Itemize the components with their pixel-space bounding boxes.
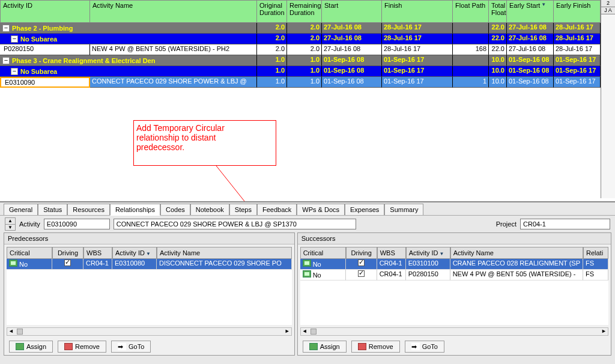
rel-wbs[interactable]: CR04-1 xyxy=(377,259,406,270)
tab-steps[interactable]: Steps xyxy=(229,204,257,215)
cell-od[interactable]: 2.0 xyxy=(257,44,287,55)
cell-rd[interactable]: 2.0 xyxy=(287,44,322,55)
predecessors-grid[interactable]: Critical Driving WBS Activity ID▼ Activi… xyxy=(7,247,292,325)
cell-fn[interactable]: 01-Sep-16 17 xyxy=(382,66,453,77)
stepper-up-icon[interactable]: ▲ xyxy=(5,218,15,225)
tab-relationships[interactable]: Relationships xyxy=(110,204,160,216)
tab-summary[interactable]: Summary xyxy=(384,204,423,215)
pred-remove-button[interactable]: Remove xyxy=(58,341,106,353)
succ-assign-button[interactable]: Assign xyxy=(303,341,347,353)
col-start[interactable]: Start xyxy=(322,0,382,23)
cell-tf[interactable]: 22.0 xyxy=(489,44,507,55)
cell-fn[interactable]: 01-Sep-16 17 xyxy=(382,55,453,66)
relationship-row[interactable]: NoCR04-1P0280150NEW 4 PW @ BENT 505 (WAT… xyxy=(300,270,608,281)
rel-driving[interactable] xyxy=(346,259,377,270)
cell-rd[interactable]: 2.0 xyxy=(287,34,322,44)
scol-activity-name[interactable]: Activity Name xyxy=(450,247,583,259)
tab-resources[interactable]: Resources xyxy=(67,204,110,215)
succ-remove-button[interactable]: Remove xyxy=(351,341,400,353)
col-total-float[interactable]: Total Float xyxy=(489,0,507,23)
collapse-icon[interactable]: − xyxy=(11,68,18,75)
cell-fp[interactable] xyxy=(453,55,489,66)
successors-grid[interactable]: Critical Driving WBS Activity ID▼ Activi… xyxy=(300,247,608,325)
activity-row[interactable]: E0310090CONNECT PACECO 029 SHORE POWER &… xyxy=(0,77,615,88)
scol-activity-id[interactable]: Activity ID▼ xyxy=(406,247,450,259)
tab-general[interactable]: General xyxy=(4,204,38,215)
cell-fp[interactable]: 168 xyxy=(453,44,489,55)
phase-row[interactable]: −Phase 3 - Crane Realignment & Electrica… xyxy=(0,55,615,66)
cell-es[interactable]: 01-Sep-16 08 xyxy=(507,55,554,66)
rel-activity-name[interactable]: NEW 4 PW @ BENT 505 (WATERSIDE) - xyxy=(450,270,583,281)
tab-codes[interactable]: Codes xyxy=(160,204,190,215)
cell-rd[interactable]: 1.0 xyxy=(287,77,322,88)
rel-activity-name[interactable]: CRANE PACECO 028 REALIGNMENT (SP xyxy=(450,259,583,270)
collapse-icon[interactable]: − xyxy=(2,57,10,64)
activity-name-field[interactable] xyxy=(114,219,356,229)
cell-rd[interactable]: 1.0 xyxy=(287,55,322,66)
col-original-duration[interactable]: Original Duration xyxy=(257,0,287,23)
col-activity-name[interactable]: Activity Name xyxy=(90,0,257,23)
rel-type[interactable]: FS xyxy=(583,270,608,281)
cell-ef[interactable]: 28-Jul-16 17 xyxy=(554,23,601,34)
cell-activity-name[interactable]: CONNECT PACECO 029 SHORE POWER & LBJ @ xyxy=(90,77,257,88)
col-finish[interactable]: Finish xyxy=(382,0,453,23)
cell-od[interactable]: 1.0 xyxy=(257,55,287,66)
pcol-wbs[interactable]: WBS xyxy=(83,247,112,259)
scol-relation[interactable]: Relati xyxy=(583,247,608,259)
cell-fn[interactable]: 28-Jul-16 17 xyxy=(382,23,453,34)
cell-od[interactable]: 2.0 xyxy=(257,23,287,34)
pcol-critical[interactable]: Critical xyxy=(7,247,52,259)
cell-od[interactable]: 1.0 xyxy=(257,77,287,88)
rel-activity-id[interactable]: P0280150 xyxy=(406,270,450,281)
cell-ef[interactable]: 01-Sep-16 17 xyxy=(554,77,601,88)
cell-tf[interactable]: 22.0 xyxy=(489,34,507,44)
checkbox-icon[interactable] xyxy=(358,259,365,266)
tab-expenses[interactable]: Expenses xyxy=(345,204,384,215)
stepper-down-icon[interactable]: ▼ xyxy=(5,225,15,231)
relationship-row[interactable]: NoCR04-1E0310100CRANE PACECO 028 REALIGN… xyxy=(300,259,608,270)
relationship-row[interactable]: NoCR04-1E0310080DISCONNECT PACECO 029 SH… xyxy=(7,259,292,270)
cell-st[interactable]: 27-Jul-16 08 xyxy=(322,34,382,44)
cell-st[interactable]: 27-Jul-16 08 xyxy=(322,44,382,55)
activity-id-field[interactable] xyxy=(44,219,110,229)
tab-feedback[interactable]: Feedback xyxy=(257,204,297,215)
cell-es[interactable]: 27-Jul-16 08 xyxy=(507,34,554,44)
cell-ef[interactable]: 01-Sep-16 17 xyxy=(554,55,601,66)
gantt-timeline[interactable]: 2 J A xyxy=(601,0,615,198)
activity-row[interactable]: P0280150NEW 4 PW @ BENT 505 (WATERSIDE) … xyxy=(0,44,615,55)
scol-critical[interactable]: Critical xyxy=(300,247,346,259)
cell-fn[interactable]: 28-Jul-16 17 xyxy=(382,34,453,44)
cell-rd[interactable]: 1.0 xyxy=(287,66,322,77)
collapse-icon[interactable]: − xyxy=(11,35,18,43)
cell-es[interactable]: 27-Jul-16 08 xyxy=(507,44,554,55)
cell-od[interactable]: 2.0 xyxy=(257,34,287,44)
cell-ef[interactable]: 28-Jul-16 17 xyxy=(554,44,601,55)
cell-rd[interactable]: 2.0 xyxy=(287,23,322,34)
col-early-finish[interactable]: Early Finish xyxy=(554,0,601,23)
cell-es[interactable]: 27-Jul-16 08 xyxy=(507,23,554,34)
cell-es[interactable]: 01-Sep-16 08 xyxy=(507,66,554,77)
cell-st[interactable]: 01-Sep-16 08 xyxy=(322,77,382,88)
cell-fn[interactable]: 01-Sep-16 17 xyxy=(382,77,453,88)
cell-fp[interactable] xyxy=(453,66,489,77)
cell-fn[interactable]: 28-Jul-16 17 xyxy=(382,44,453,55)
rel-type[interactable]: FS xyxy=(583,259,608,270)
cell-activity-id[interactable]: E0310090 xyxy=(0,77,90,88)
rel-critical[interactable]: No xyxy=(300,270,346,281)
rel-wbs[interactable]: CR04-1 xyxy=(377,270,406,281)
rel-driving[interactable] xyxy=(346,270,377,281)
rel-activity-id[interactable]: E0310100 xyxy=(406,259,450,270)
cell-fp[interactable]: 1 xyxy=(453,77,489,88)
successors-hscroll[interactable] xyxy=(300,327,608,336)
cell-ef[interactable]: 28-Jul-16 17 xyxy=(554,34,601,44)
tab-notebook[interactable]: Notebook xyxy=(190,204,229,215)
cell-st[interactable]: 01-Sep-16 08 xyxy=(322,66,382,77)
activity-grid[interactable]: Activity ID Activity Name Original Durat… xyxy=(0,0,615,198)
col-remaining-duration[interactable]: Remaining Duration xyxy=(287,0,322,23)
rel-critical[interactable]: No xyxy=(300,259,346,270)
rel-activity-name[interactable]: DISCONNECT PACECO 029 SHORE PO xyxy=(157,259,292,270)
rel-activity-id[interactable]: E0310080 xyxy=(112,259,157,270)
cell-ef[interactable]: 01-Sep-16 17 xyxy=(554,66,601,77)
tab-status[interactable]: Status xyxy=(38,204,67,215)
collapse-icon[interactable]: − xyxy=(2,25,10,32)
